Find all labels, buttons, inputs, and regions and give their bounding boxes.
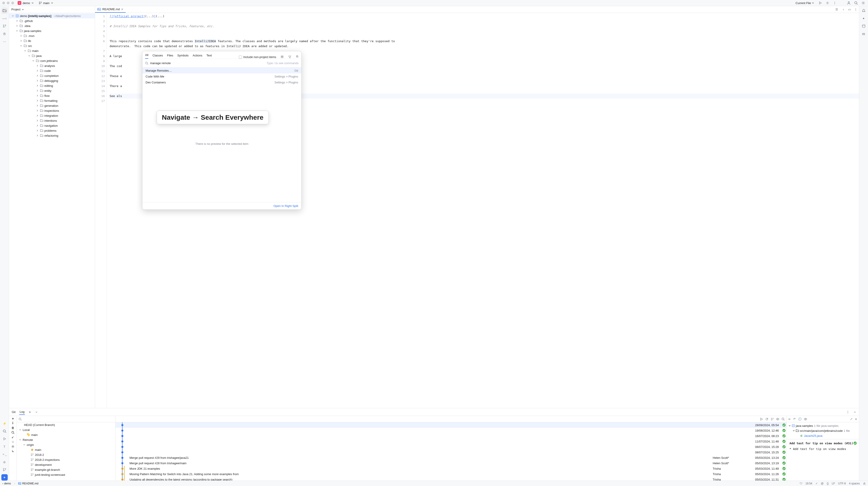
tree-arrow[interactable]: [36, 69, 39, 72]
tree-item[interactable]: debugging: [9, 78, 95, 83]
project-root[interactable]: demo [intellij-samples] ~/IdeaProjects/d…: [9, 13, 95, 18]
minimize-window[interactable]: [7, 2, 9, 4]
commit-row[interactable]: 16/07/2024, 08:23: [116, 433, 786, 439]
close-tab-button[interactable]: [121, 8, 123, 10]
run-button[interactable]: [818, 0, 823, 5]
tree-item[interactable]: java-samples: [9, 28, 95, 33]
find-tool-button[interactable]: [1, 428, 8, 434]
tree-arrow[interactable]: [36, 80, 39, 82]
branches-search[interactable]: [17, 416, 115, 422]
tree-arrow[interactable]: [36, 110, 39, 112]
todo-tool-button[interactable]: T: [1, 444, 8, 450]
close-window[interactable]: [2, 2, 5, 4]
commit-row[interactable]: 28/09/2024, 05:54: [116, 422, 786, 428]
breadcrumb-file[interactable]: README.md: [18, 482, 38, 485]
tree-item[interactable]: editing: [9, 83, 95, 88]
tree-arrow[interactable]: [20, 35, 23, 37]
tree-item[interactable]: .mvn: [9, 33, 95, 38]
se-result-row[interactable]: Manage Remotes…Git: [143, 67, 301, 74]
tree-item[interactable]: .github: [9, 18, 95, 23]
editor-more-button[interactable]: [852, 6, 859, 13]
origin-group[interactable]: origin: [17, 442, 115, 447]
vcs-tool-button[interactable]: [1, 466, 8, 473]
branch-row[interactable]: 2018-2: [17, 452, 115, 457]
commit-row[interactable]: 19/08/2024, 12:46: [116, 428, 786, 433]
se-tab-actions[interactable]: Actions: [193, 54, 203, 59]
tree-item[interactable]: analysis: [9, 63, 95, 68]
close-details-button[interactable]: [855, 418, 857, 420]
tree-arrow[interactable]: [36, 94, 39, 97]
include-non-project-checkbox[interactable]: Include non-project items: [239, 55, 276, 59]
pin-button[interactable]: ⧉: [296, 54, 299, 59]
debug-tool-button[interactable]: ⚡: [1, 420, 8, 427]
database-button[interactable]: [861, 23, 867, 29]
tree-arrow[interactable]: [36, 135, 39, 137]
delete-branch-button[interactable]: 🗑: [11, 426, 14, 430]
favorite-button[interactable]: ☆: [11, 440, 14, 444]
se-result-row[interactable]: Dev ContainersSettings > Plugins: [143, 79, 301, 85]
commit-row[interactable]: 08/07/2024, 15:25: [116, 450, 786, 455]
tree-item[interactable]: refactoring: [9, 133, 95, 138]
line-ending[interactable]: LF: [832, 482, 835, 485]
branch-row[interactable]: junit-testing-screencast: [17, 472, 115, 477]
tree-item[interactable]: src: [9, 43, 95, 48]
tree-arrow[interactable]: [36, 89, 39, 92]
tool-options-button[interactable]: [846, 410, 850, 414]
encoding[interactable]: UTF-8: [838, 482, 846, 485]
reader-mode-icon[interactable]: @: [821, 482, 824, 485]
tree-arrow[interactable]: [16, 20, 19, 22]
editor-tab-readme[interactable]: README.md: [95, 6, 126, 13]
git-tab[interactable]: Git: [11, 409, 16, 414]
tree-arrow[interactable]: [32, 60, 35, 62]
run-context-selector[interactable]: Current File: [794, 1, 815, 5]
tree-arrow[interactable]: [36, 119, 39, 122]
tree-arrow[interactable]: [36, 130, 39, 132]
checkout-button[interactable]: ↧: [11, 421, 14, 425]
structure-tool-button[interactable]: ⦿: [1, 31, 8, 37]
tree-arrow[interactable]: [36, 99, 39, 102]
tree-arrow[interactable]: [28, 55, 31, 57]
search-everywhere-button[interactable]: [854, 0, 859, 5]
branch-icon[interactable]: [771, 418, 774, 421]
chevron-down-icon[interactable]: [22, 8, 24, 11]
tree-item[interactable]: problems: [9, 128, 95, 133]
eye-button[interactable]: [776, 418, 779, 421]
changed-root[interactable]: java-samples 1 file java-samples: [787, 423, 859, 428]
more-tools-button[interactable]: ⋯: [1, 38, 8, 45]
tree-item[interactable]: lib: [9, 38, 95, 43]
se-tab-all[interactable]: All: [145, 53, 148, 59]
tree-arrow[interactable]: [36, 124, 39, 127]
breadcrumb-root[interactable]: ▫ demo: [2, 482, 11, 485]
ai-chat-button[interactable]: ✦: [861, 15, 867, 22]
se-search-input[interactable]: manage remote: [150, 61, 265, 65]
commit-row[interactable]: Merge pull request #28 from trishagee/ma…: [116, 460, 786, 466]
tree-item[interactable]: navigation: [9, 123, 95, 128]
tree-item[interactable]: java: [9, 53, 95, 58]
debug-button[interactable]: [825, 0, 830, 5]
indent[interactable]: 4 spaces: [849, 482, 860, 485]
preview-toggle-button[interactable]: ▤: [280, 54, 284, 59]
tree-item[interactable]: main: [9, 48, 95, 53]
commit-row[interactable]: Merge pull request #29 from trishagee/ja…: [116, 455, 786, 460]
ai-assistant-button[interactable]: ✦: [1, 474, 8, 481]
remote-group[interactable]: Remote: [17, 437, 115, 442]
run-tool-button[interactable]: [1, 436, 8, 442]
commit-row[interactable]: Updating all dependencies to the latest …: [116, 477, 786, 481]
tree-item[interactable]: .idea: [9, 23, 95, 28]
zoom-window[interactable]: [11, 2, 14, 4]
tool-minimize-button[interactable]: [853, 410, 857, 414]
tree-arrow[interactable]: [24, 50, 27, 52]
shield-icon[interactable]: 🛡: [800, 482, 802, 485]
branch-row[interactable]: 2018-2-inspections: [17, 457, 115, 462]
new-branch-button[interactable]: [11, 417, 14, 420]
pull-requests-button[interactable]: [1, 23, 8, 29]
refresh-log-button[interactable]: [765, 418, 768, 421]
project-selector[interactable]: IJ demo: [16, 1, 35, 5]
branch-row[interactable]: example-git-branch: [17, 467, 115, 472]
settings-button[interactable]: [861, 0, 866, 5]
changed-file[interactable]: JavaAt25.java: [787, 433, 859, 438]
notifications-button[interactable]: [861, 7, 867, 14]
tree-item[interactable]: intentions: [9, 118, 95, 123]
local-group[interactable]: Local: [17, 427, 115, 432]
add-tab-button[interactable]: [28, 410, 32, 414]
